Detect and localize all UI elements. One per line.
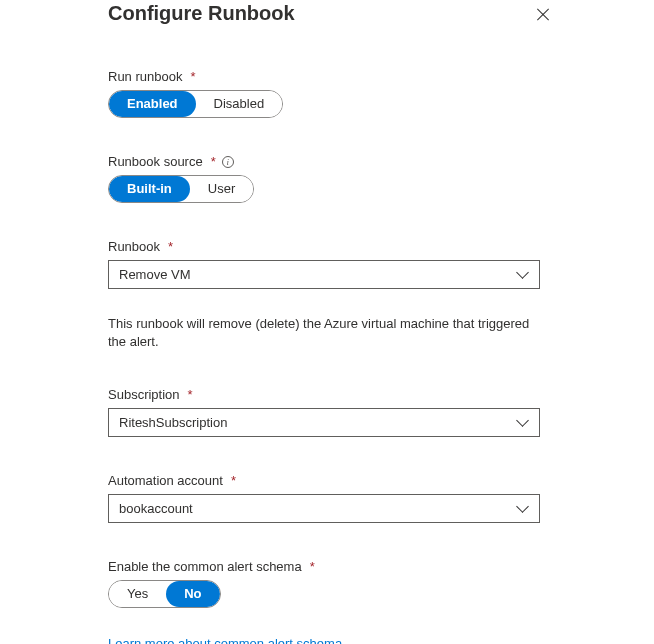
dropdown-runbook[interactable]: Remove VM: [108, 260, 540, 289]
toggle-common-alert[interactable]: Yes No: [108, 580, 221, 608]
toggle-builtin[interactable]: Built-in: [109, 176, 190, 202]
chevron-down-icon: [517, 503, 529, 515]
link-learn-more[interactable]: Learn more about common alert schema: [108, 636, 342, 644]
panel-header: Configure Runbook: [108, 0, 630, 33]
dropdown-value: bookaccount: [119, 501, 193, 516]
runbook-description: This runbook will remove (delete) the Az…: [108, 315, 540, 351]
chevron-down-icon: [517, 417, 529, 429]
required-indicator: *: [190, 69, 195, 84]
field-subscription: Subscription * RiteshSubscription: [108, 387, 630, 437]
dropdown-value: Remove VM: [119, 267, 191, 282]
panel-title: Configure Runbook: [108, 2, 295, 25]
label-runbook-source: Runbook source * i: [108, 154, 630, 169]
toggle-user[interactable]: User: [190, 176, 253, 202]
required-indicator: *: [211, 154, 216, 169]
dropdown-subscription[interactable]: RiteshSubscription: [108, 408, 540, 437]
label-run-runbook: Run runbook *: [108, 69, 630, 84]
label-subscription: Subscription *: [108, 387, 630, 402]
toggle-runbook-source[interactable]: Built-in User: [108, 175, 254, 203]
field-run-runbook: Run runbook * Enabled Disabled: [108, 69, 630, 118]
toggle-yes[interactable]: Yes: [109, 581, 166, 607]
toggle-enabled[interactable]: Enabled: [109, 91, 196, 117]
configure-runbook-panel: Configure Runbook Run runbook * Enabled …: [0, 0, 654, 644]
dropdown-automation-account[interactable]: bookaccount: [108, 494, 540, 523]
label-runbook: Runbook *: [108, 239, 630, 254]
required-indicator: *: [231, 473, 236, 488]
field-automation-account: Automation account * bookaccount: [108, 473, 630, 523]
info-icon[interactable]: i: [222, 156, 234, 168]
label-common-alert-schema: Enable the common alert schema *: [108, 559, 630, 574]
toggle-no[interactable]: No: [166, 581, 219, 607]
toggle-run-runbook[interactable]: Enabled Disabled: [108, 90, 283, 118]
dropdown-value: RiteshSubscription: [119, 415, 227, 430]
close-icon[interactable]: [536, 7, 550, 21]
field-runbook: Runbook * Remove VM: [108, 239, 630, 289]
label-automation-account: Automation account *: [108, 473, 630, 488]
toggle-disabled[interactable]: Disabled: [196, 91, 283, 117]
field-runbook-source: Runbook source * i Built-in User: [108, 154, 630, 203]
field-common-alert-schema: Enable the common alert schema * Yes No: [108, 559, 630, 608]
chevron-down-icon: [517, 269, 529, 281]
required-indicator: *: [310, 559, 315, 574]
required-indicator: *: [168, 239, 173, 254]
required-indicator: *: [188, 387, 193, 402]
